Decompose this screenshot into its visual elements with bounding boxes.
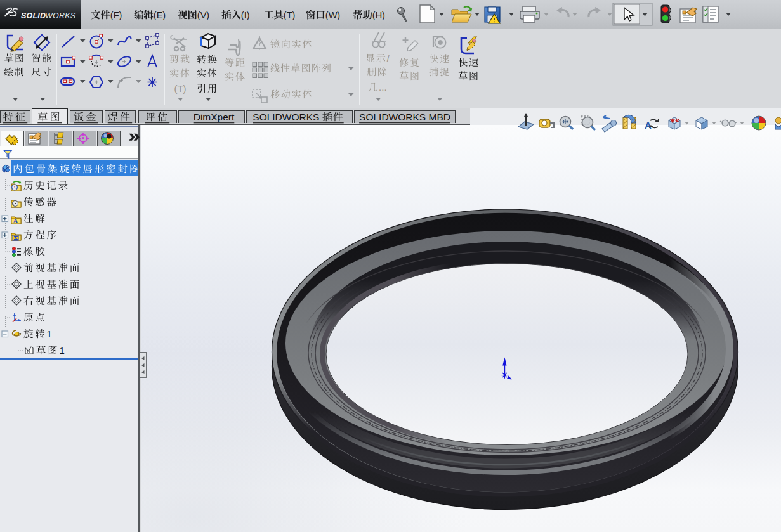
svg-text:(W): (W): [325, 10, 340, 20]
svg-text:(T): (T): [284, 10, 296, 20]
svg-text:...: ...: [379, 82, 387, 93]
svg-text:/: /: [387, 53, 390, 63]
svg-text:(T): (T): [174, 83, 186, 94]
svg-text:(E): (E): [154, 10, 166, 20]
svg-text:(I): (I): [241, 10, 250, 20]
svg-text:(H): (H): [372, 10, 385, 20]
svg-text:SOLIDWORKS MBD: SOLIDWORKS MBD: [359, 112, 450, 122]
svg-text:1: 1: [46, 328, 51, 339]
svg-text:(F): (F): [110, 10, 122, 20]
svg-text:SOLIDWORKS: SOLIDWORKS: [253, 112, 319, 122]
svg-text:1: 1: [59, 345, 64, 356]
svg-text:(V): (V): [197, 10, 209, 20]
svg-text:DimXpert: DimXpert: [194, 112, 235, 122]
